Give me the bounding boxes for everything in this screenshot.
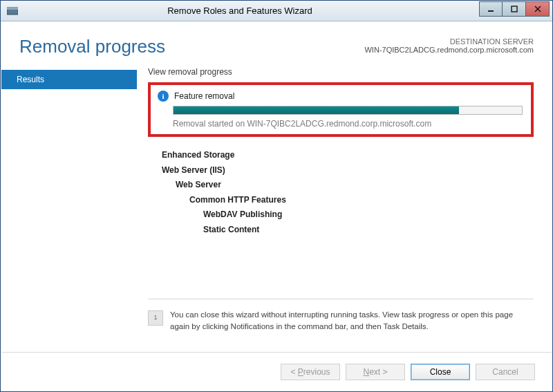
next-button: Next > bbox=[346, 364, 405, 380]
feature-removal-row: i Feature removal bbox=[158, 91, 524, 102]
view-progress-label: View removal progress bbox=[148, 67, 534, 77]
progress-highlight: i Feature removal Removal started on WIN… bbox=[148, 82, 534, 137]
close-button[interactable]: Close bbox=[411, 364, 470, 380]
main-panel: View removal progress i Feature removal … bbox=[137, 67, 552, 338]
server-info: DESTINATION SERVER WIN-7QIBC2LADCG.redmo… bbox=[364, 37, 534, 54]
footer: < Previous Next > Close Cancel bbox=[1, 352, 552, 391]
maximize-button[interactable] bbox=[503, 1, 526, 17]
hint-separator bbox=[148, 299, 534, 299]
svg-rect-3 bbox=[512, 6, 517, 12]
feature-tree: Enhanced Storage Web Server (IIS) Web Se… bbox=[148, 141, 534, 238]
cancel-button: Cancel bbox=[476, 364, 535, 380]
wizard-window: Remove Roles and Features Wizard Removal… bbox=[0, 0, 553, 392]
close-window-button[interactable] bbox=[526, 1, 550, 17]
progress-fill bbox=[174, 106, 459, 114]
content: Removal progress DESTINATION SERVER WIN-… bbox=[1, 22, 552, 391]
tree-item-static-content: Static Content bbox=[162, 223, 531, 238]
titlebar: Remove Roles and Features Wizard bbox=[1, 1, 552, 21]
tree-item-web-server: Web Server bbox=[162, 178, 531, 193]
progress-bar bbox=[173, 106, 523, 115]
destination-server-label: DESTINATION SERVER bbox=[364, 37, 534, 46]
minimize-button[interactable] bbox=[479, 1, 503, 17]
flag-icon: 1 bbox=[148, 310, 163, 326]
destination-server-name: WIN-7QIBC2LADCG.redmond.corp.microsoft.c… bbox=[364, 46, 534, 54]
svg-rect-2 bbox=[488, 10, 494, 12]
hint-text: You can close this wizard without interr… bbox=[170, 309, 534, 333]
body: Results View removal progress i Feature … bbox=[1, 67, 552, 338]
window-title: Remove Roles and Features Wizard bbox=[1, 6, 479, 16]
tree-item-web-server-iis: Web Server (IIS) bbox=[162, 163, 531, 178]
tree-item-enhanced-storage: Enhanced Storage bbox=[162, 148, 531, 163]
progress-status-text: Removal started on WIN-7QIBC2LADCG.redmo… bbox=[173, 119, 524, 129]
tree-item-common-http: Common HTTP Features bbox=[162, 193, 531, 208]
sidebar-item-results[interactable]: Results bbox=[1, 70, 137, 89]
hint-row: 1 You can close this wizard without inte… bbox=[148, 309, 534, 333]
page-title: Removal progress bbox=[19, 36, 165, 57]
window-controls bbox=[479, 1, 550, 17]
sidebar: Results bbox=[1, 67, 137, 338]
tree-item-webdav: WebDAV Publishing bbox=[162, 207, 531, 223]
info-icon: i bbox=[158, 91, 169, 102]
feature-removal-label: Feature removal bbox=[174, 91, 234, 101]
previous-button: < Previous bbox=[281, 364, 340, 380]
header: Removal progress DESTINATION SERVER WIN-… bbox=[1, 22, 552, 67]
